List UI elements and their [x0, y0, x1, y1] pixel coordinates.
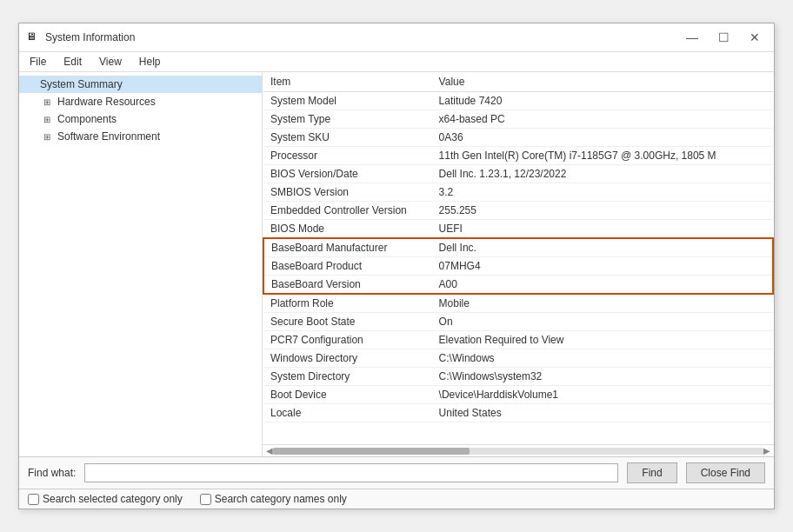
- cell-item: BaseBoard Version: [263, 276, 432, 295]
- menu-item-view[interactable]: View: [96, 54, 125, 70]
- close-button[interactable]: ✕: [743, 29, 767, 46]
- table-row: PCR7 ConfigurationElevation Required to …: [263, 331, 773, 349]
- cell-value: Latitude 7420: [432, 92, 758, 110]
- menu-item-edit[interactable]: Edit: [60, 54, 85, 70]
- menu-item-help[interactable]: Help: [136, 54, 164, 70]
- maximize-button[interactable]: ☐: [711, 29, 736, 46]
- cell-value: C:\Windows\system32: [432, 368, 758, 386]
- table-row: BIOS ModeUEFI: [263, 220, 773, 239]
- scroll-track[interactable]: [273, 448, 763, 455]
- table-row: LocaleUnited States: [263, 404, 773, 422]
- table-header: Item Value: [263, 72, 773, 92]
- find-button[interactable]: Find: [627, 462, 676, 483]
- table-row: Secure Boot StateOn: [263, 313, 773, 331]
- sidebar-item-label: System Summary: [40, 78, 123, 90]
- sidebar-item-components[interactable]: ⊞Components: [19, 110, 262, 128]
- table-row: BaseBoard Product07MHG4: [263, 257, 773, 276]
- search-selected-text: Search selected category only: [43, 493, 183, 505]
- col-scrollbar-space: [758, 72, 773, 92]
- horizontal-scrollbar[interactable]: ◀ ▶: [263, 444, 774, 456]
- cell-item: SMBIOS Version: [263, 183, 432, 202]
- cell-item: BIOS Mode: [263, 220, 432, 239]
- cell-value: 11th Gen Intel(R) Core(TM) i7-1185G7 @ 3…: [432, 147, 758, 165]
- data-panel: Item Value System ModelLatitude 7420Syst…: [263, 72, 774, 456]
- sidebar-item-label: Software Environment: [57, 130, 160, 143]
- cell-item: BaseBoard Manufacturer: [263, 238, 432, 257]
- cell-value: \Device\HarddiskVolume1: [432, 386, 758, 404]
- table-row: System SKU0A36: [263, 129, 773, 147]
- cell-item: Platform Role: [263, 294, 432, 313]
- app-icon: 🖥: [26, 30, 40, 44]
- cell-item: Locale: [263, 404, 432, 422]
- cell-item: Embedded Controller Version: [263, 202, 432, 220]
- table-row: Embedded Controller Version255.255: [263, 202, 773, 220]
- table-row: BIOS Version/DateDell Inc. 1.23.1, 12/23…: [263, 165, 773, 183]
- cell-item: Processor: [263, 147, 432, 165]
- table-row: SMBIOS Version3.2: [263, 183, 773, 202]
- cell-value: C:\Windows: [432, 349, 758, 368]
- table-row: System ModelLatitude 7420: [263, 92, 773, 110]
- cell-item: System Type: [263, 110, 432, 129]
- find-input[interactable]: [84, 463, 618, 482]
- expand-icon: ⊞: [43, 97, 54, 107]
- table-row: Windows DirectoryC:\Windows: [263, 349, 773, 368]
- cell-item: BaseBoard Product: [263, 257, 432, 276]
- sidebar: System Summary⊞Hardware Resources⊞Compon…: [19, 72, 263, 456]
- search-names-checkbox[interactable]: [200, 494, 211, 505]
- sidebar-item-software-environment[interactable]: ⊞Software Environment: [19, 128, 262, 145]
- title-controls: — ☐ ✕: [680, 29, 767, 46]
- search-names-label[interactable]: Search category names only: [200, 493, 347, 505]
- checkbox-row: Search selected category only Search cat…: [19, 489, 774, 509]
- close-find-button[interactable]: Close Find: [686, 462, 765, 483]
- cell-item: System Directory: [263, 368, 432, 386]
- table-row: BaseBoard VersionA00: [263, 276, 773, 295]
- cell-value: Dell Inc. 1.23.1, 12/23/2022: [432, 165, 758, 183]
- table-row: Platform RoleMobile: [263, 294, 773, 313]
- main-window: 🖥 System Information — ☐ ✕ FileEditViewH…: [18, 23, 775, 509]
- find-label: Find what:: [28, 467, 76, 479]
- sidebar-item-label: Components: [57, 113, 117, 125]
- cell-item: Windows Directory: [263, 349, 432, 368]
- search-names-text: Search category names only: [215, 493, 347, 505]
- table-row: BaseBoard ManufacturerDell Inc.: [263, 238, 773, 257]
- expand-icon: ⊞: [43, 132, 54, 142]
- expand-icon: ⊞: [43, 115, 54, 124]
- scroll-thumb[interactable]: [273, 448, 470, 455]
- menu-bar: FileEditViewHelp: [19, 52, 774, 72]
- cell-value: United States: [432, 404, 758, 422]
- table-row: Boot Device\Device\HarddiskVolume1: [263, 386, 773, 404]
- table-row: System DirectoryC:\Windows\system32: [263, 368, 773, 386]
- main-content: System Summary⊞Hardware Resources⊞Compon…: [19, 72, 774, 456]
- cell-item: System SKU: [263, 129, 432, 147]
- cell-item: System Model: [263, 92, 432, 110]
- cell-item: PCR7 Configuration: [263, 331, 432, 349]
- find-bar: Find what: Find Close Find: [19, 456, 774, 489]
- cell-value: x64-based PC: [432, 110, 758, 129]
- cell-item: Secure Boot State: [263, 313, 432, 331]
- info-table: Item Value System ModelLatitude 7420Syst…: [263, 72, 774, 422]
- search-selected-label[interactable]: Search selected category only: [28, 493, 183, 505]
- sidebar-item-system-summary[interactable]: System Summary: [19, 76, 262, 93]
- table-row: Processor11th Gen Intel(R) Core(TM) i7-1…: [263, 147, 773, 165]
- col-item: Item: [263, 72, 432, 92]
- cell-value: 255.255: [432, 202, 758, 220]
- search-selected-checkbox[interactable]: [28, 494, 39, 505]
- cell-value: A00: [432, 276, 758, 295]
- table-row: System Typex64-based PC: [263, 110, 773, 129]
- table-body: System ModelLatitude 7420System Typex64-…: [263, 92, 773, 422]
- cell-value: Mobile: [432, 294, 758, 313]
- data-table: Item Value System ModelLatitude 7420Syst…: [263, 72, 774, 444]
- cell-item: Boot Device: [263, 386, 432, 404]
- sidebar-item-label: Hardware Resources: [57, 96, 156, 108]
- cell-item: BIOS Version/Date: [263, 165, 432, 183]
- window-title: System Information: [45, 31, 135, 43]
- title-bar: 🖥 System Information — ☐ ✕: [19, 23, 774, 52]
- col-value: Value: [432, 72, 758, 92]
- cell-value: 07MHG4: [432, 257, 758, 276]
- sidebar-item-hardware-resources[interactable]: ⊞Hardware Resources: [19, 93, 262, 110]
- cell-value: On: [432, 313, 758, 331]
- minimize-button[interactable]: —: [680, 29, 704, 46]
- cell-value: 0A36: [432, 129, 758, 147]
- menu-item-file[interactable]: File: [26, 54, 50, 70]
- cell-value: Elevation Required to View: [432, 331, 758, 349]
